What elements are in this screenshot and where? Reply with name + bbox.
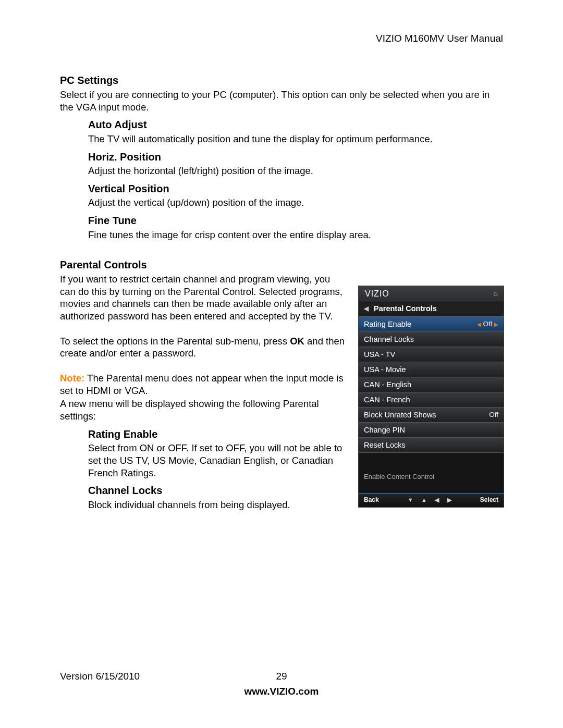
osd-nav-arrows: ▼ ▲ ◀ ▶ (405, 496, 455, 504)
triangle-right-icon[interactable]: ▶ (447, 497, 451, 503)
osd-row-label: USA - Movie (364, 365, 406, 375)
heading-rating-enable: Rating Enable (88, 428, 346, 441)
osd-row-change-pin[interactable]: Change PIN (359, 422, 504, 437)
osd-panel: VIZIO ⌂ ◀ Parental Controls Rating Enabl… (358, 286, 504, 508)
parental-two-column: If you want to restrict certain channel … (60, 272, 503, 511)
osd-row-label: USA - TV (364, 350, 395, 360)
osd-row-block-unrated[interactable]: Block Unrated Shows Off (359, 407, 504, 422)
footer-page-number: 29 (60, 670, 503, 683)
vertical-position-body: Adjust the vertical (up/down) position o… (88, 196, 503, 209)
parental-p2-ok: OK (290, 336, 304, 347)
page-footer: Version 6/15/2010 29 www.VIZIO.com (60, 670, 503, 698)
osd-select-label[interactable]: Select (480, 496, 498, 504)
osd-brand: VIZIO (365, 289, 389, 299)
osd-row-can-french[interactable]: CAN - French (359, 392, 504, 407)
osd-breadcrumb-label: Parental Controls (374, 304, 437, 314)
manual-page: VIZIO M160MV User Manual PC Settings Sel… (0, 0, 563, 728)
osd-breadcrumb[interactable]: ◀ Parental Controls (359, 302, 504, 316)
parental-text-column: If you want to restrict certain channel … (60, 272, 358, 511)
rating-enable-body: Select from ON or OFF. If set to OFF, yo… (88, 442, 346, 479)
osd-row-label: Channel Locks (364, 335, 414, 344)
parental-p1: If you want to restrict certain channel … (60, 273, 346, 323)
parental-p2: To select the options in the Parental su… (60, 335, 346, 360)
osd-screenshot: VIZIO ⌂ ◀ Parental Controls Rating Enabl… (358, 286, 503, 508)
chevron-right-icon: ▶ (494, 322, 498, 327)
heading-fine-tune: Fine Tune (88, 214, 503, 228)
triangle-left-icon[interactable]: ◀ (435, 497, 439, 503)
parental-note: Note: The Parental menu does not appear … (60, 372, 346, 397)
heading-horiz-position: Horiz. Position (88, 151, 503, 164)
heading-parental-controls: Parental Controls (60, 258, 503, 272)
heading-vertical-position: Vertical Position (88, 182, 503, 196)
osd-row-usa-tv[interactable]: USA - TV (359, 347, 504, 362)
osd-row-value: Off (489, 410, 498, 419)
channel-locks-body: Block individual channels from being dis… (88, 499, 346, 511)
osd-row-usa-movie[interactable]: USA - Movie (359, 362, 504, 377)
osd-row-channel-locks[interactable]: Channel Locks (359, 331, 504, 347)
parental-p3: A new menu will be displayed showing the… (60, 398, 346, 422)
triangle-up-icon[interactable]: ▲ (421, 497, 427, 503)
osd-value-text: Off (483, 320, 492, 328)
footer-site: www.VIZIO.com (60, 685, 503, 698)
osd-row-rating-enable[interactable]: Rating Enable ◀ Off ▶ (359, 316, 504, 331)
osd-row-label: Rating Enable (364, 319, 411, 329)
osd-row-label: Reset Locks (364, 440, 406, 450)
parental-p2a: To select the options in the Parental su… (60, 336, 290, 347)
osd-row-label: Block Unrated Shows (364, 410, 436, 420)
note-body: The Parental menu does not appear when t… (60, 373, 344, 396)
osd-row-label: CAN - French (364, 395, 410, 405)
osd-row-label: Change PIN (364, 425, 405, 435)
heading-channel-locks: Channel Locks (88, 484, 346, 498)
note-label: Note: (60, 373, 84, 384)
osd-row-reset-locks[interactable]: Reset Locks (359, 437, 504, 452)
fine-tune-body: Fine tunes the image for crisp content o… (88, 229, 503, 241)
document-header: VIZIO M160MV User Manual (60, 32, 503, 45)
heading-pc-settings: PC Settings (60, 74, 503, 88)
heading-auto-adjust: Auto Adjust (88, 118, 503, 132)
home-icon[interactable]: ⌂ (494, 289, 498, 299)
osd-brand-bar: VIZIO ⌂ (359, 286, 504, 302)
osd-row-label: CAN - English (364, 380, 411, 390)
chevron-left-icon: ◀ (364, 305, 369, 313)
osd-nav-bar: Back ▼ ▲ ◀ ▶ Select (359, 493, 504, 507)
horiz-position-body: Adjust the horizontal (left/right) posit… (88, 165, 503, 177)
auto-adjust-body: The TV will automatically position and t… (88, 133, 503, 145)
osd-row-value: ◀ Off ▶ (477, 319, 498, 328)
osd-back-label[interactable]: Back (364, 496, 379, 504)
triangle-down-icon[interactable]: ▼ (408, 497, 413, 503)
pc-settings-intro: Select if you are connecting to your PC … (60, 89, 503, 113)
osd-helper-text: Enable Content Control (359, 452, 504, 493)
chevron-left-icon: ◀ (477, 322, 481, 327)
osd-row-can-english[interactable]: CAN - English (359, 377, 504, 392)
